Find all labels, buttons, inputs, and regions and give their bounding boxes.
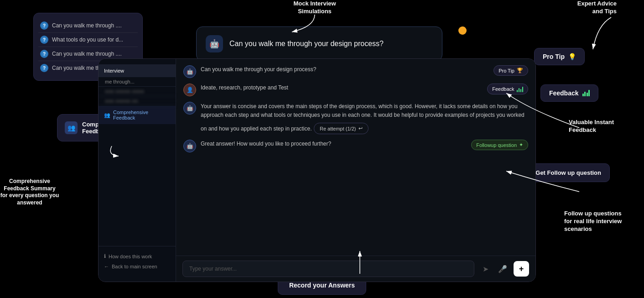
how-does-this-work[interactable]: ℹ How does this work <box>104 251 170 261</box>
back-label: Back to main screen <box>112 264 157 269</box>
back-icon: ← <box>104 264 109 269</box>
feedback-badge-label: Feedback <box>492 86 514 92</box>
sidebar-comp-feedback[interactable]: 👥 Comprehensive Feedback <box>99 106 176 124</box>
chat-row-bot-question: 🤖 Can you walk me through your design pr… <box>183 65 528 78</box>
followup-annotation: Follow up questionsfor real life intervi… <box>564 210 639 233</box>
main-panel: Interview me through... ●●● ●●●●● ●●●● ●… <box>98 58 536 282</box>
list-item: ? What tools do you use for d... <box>38 33 138 47</box>
chat-area: 🤖 Can you walk me through your design pr… <box>176 59 535 282</box>
top-question-text: Can you walk me through your design proc… <box>229 40 384 48</box>
followup-badge[interactable]: Followup question ✦ <box>471 140 528 150</box>
back-to-main[interactable]: ← Back to main screen <box>104 261 170 272</box>
protip-badge[interactable]: Pro Tip 🏆 <box>493 65 528 76</box>
sidebar-comp-label: Comprehensive Feedback <box>113 110 170 120</box>
top-question-card: 🤖 Can you walk me through your design pr… <box>196 26 442 61</box>
followup-star-icon: ✦ <box>519 142 523 148</box>
bot-question-text: Can you walk me through your design proc… <box>201 65 316 73</box>
user-avatar: 👤 <box>183 84 196 96</box>
reattempt-icon: ↩ <box>358 125 363 131</box>
chat-row-followup: 🤖 Great answer! How would you like to pr… <box>183 140 528 152</box>
sidebar-question-item: me through... <box>99 77 176 87</box>
chat-left-user: 👤 Ideate, research, prototype and Test <box>183 84 483 96</box>
comp-feedback-icon: 👥 <box>65 121 78 134</box>
user-answer-text: Ideate, research, prototype and Test <box>201 84 288 92</box>
followup-badge-label: Followup question <box>476 142 517 148</box>
chat-row-feedback: 🤖 Your answer is concise and covers the … <box>183 102 528 134</box>
add-button[interactable]: + <box>514 261 529 277</box>
bot-avatar-feedback: 🤖 <box>183 102 196 115</box>
pro-tip-label: Pro Tip <box>543 53 565 60</box>
pro-tip-card: Pro Tip 💡 <box>534 48 585 65</box>
sidebar-item-interview[interactable]: Interview <box>99 64 176 77</box>
feedback-bar-icon <box>517 86 524 92</box>
mic-icon[interactable]: 🎤 <box>496 262 509 275</box>
chat-row-user-answer: 👤 Ideate, research, prototype and Test F… <box>183 84 528 96</box>
bar-chart-icon <box>582 90 590 96</box>
bot-avatar: 🤖 <box>183 65 196 78</box>
followup-text: Great answer! How would you like to proc… <box>201 140 331 148</box>
list-item: ? Can you walk me through .... <box>38 19 138 33</box>
sidebar: Interview me through... ●●● ●●●●● ●●●● ●… <box>99 59 176 282</box>
question-text: Can you walk me through .... <box>52 51 122 57</box>
info-icon: ℹ <box>104 253 106 259</box>
reattempt-button[interactable]: Re attempt (1/2) ↩ <box>314 123 369 134</box>
sidebar-comp-icon: 👥 <box>104 112 110 118</box>
answer-input[interactable]: Type your answer... <box>182 261 474 277</box>
reattempt-label: Re attempt (1/2) <box>320 126 356 131</box>
feedback-badge[interactable]: Feedback <box>487 84 528 94</box>
sidebar-blurred-1: ●●● ●●●●● ●●●● <box>99 87 176 96</box>
question-icon: ? <box>40 64 48 72</box>
comp-feedback-annotation: Comprehensive Feedback Summary for every… <box>0 178 59 206</box>
chat-left-followup: 🤖 Great answer! How would you like to pr… <box>183 140 467 152</box>
question-text: What tools do you use for d... <box>52 37 123 43</box>
send-icon[interactable]: ➤ <box>479 262 492 275</box>
feedback-label: Feedback <box>549 89 579 97</box>
mock-interview-annotation: Mock InterviewSimulations <box>269 0 360 16</box>
expert-advice-annotation: Expert Adviceand Tips <box>535 0 617 16</box>
question-icon: ? <box>40 50 48 58</box>
feedback-card: Feedback <box>540 84 598 102</box>
followup-label: Get Follow up question <box>535 169 601 176</box>
input-placeholder: Type your answer... <box>189 266 237 272</box>
chat-left: 🤖 Can you walk me through your design pr… <box>183 65 489 78</box>
protip-trophy-icon: 🏆 <box>517 68 523 73</box>
sidebar-blurred-2: ●●● ●●●●● ●● <box>99 96 176 106</box>
followup-card: Get Follow up question <box>527 163 610 182</box>
valuable-instant-annotation: Valuable InstantFeedback <box>569 119 639 134</box>
feedback-content: Your answer is concise and covers the ma… <box>201 102 528 134</box>
how-it-works-label: How does this work <box>109 254 152 259</box>
pro-tip-emoji: 💡 <box>568 53 576 60</box>
protip-badge-label: Pro Tip <box>499 68 514 73</box>
question-icon: ? <box>40 36 48 44</box>
question-text: Can you walk me through .... <box>52 22 122 29</box>
chat-messages: 🤖 Can you walk me through your design pr… <box>176 59 535 256</box>
input-bar: Type your answer... ➤ 🎤 + <box>176 256 535 282</box>
sidebar-bottom: ℹ How does this work ← Back to main scre… <box>99 246 176 276</box>
sidebar-interview-label: Interview <box>104 68 124 73</box>
orange-dot <box>458 26 467 35</box>
question-icon: ? <box>40 21 48 30</box>
bot-icon: 🤖 <box>206 35 223 52</box>
bot-avatar-followup: 🤖 <box>183 140 196 152</box>
record-label: Record your Answers <box>289 282 355 289</box>
